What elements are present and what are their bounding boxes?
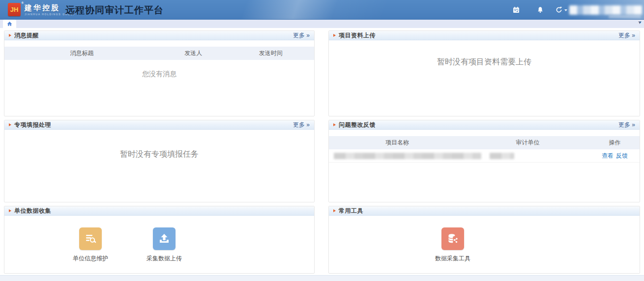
user-subtext-redacted [609, 15, 641, 18]
view-link[interactable]: 查看 [602, 152, 614, 160]
panel-arrow-icon [333, 209, 336, 212]
panel-title: 专项填报处理 [14, 121, 51, 129]
page: JH ® 建华控股 JIANHUA HOLDINGS GROUP 远程协同审计工… [0, 0, 644, 281]
special-report-empty-text: 暂时没有专项填报任务 [4, 149, 314, 160]
table-row: 查看 反馈 [329, 149, 640, 163]
panel-arrow-icon [9, 34, 11, 37]
panel-title: 单位数据收集 [14, 207, 51, 215]
panel-arrow-icon [333, 34, 336, 37]
document-search-icon [79, 227, 102, 250]
bell-icon[interactable] [536, 6, 544, 14]
panel-tools-header: 常用工具 [329, 206, 640, 216]
refresh-icon[interactable] [555, 6, 563, 14]
project-upload-empty-text: 暂时没有项目资料需要上传 [329, 57, 640, 67]
panel-title: 问题整改反馈 [339, 121, 376, 129]
more-link[interactable]: 更多 » [293, 121, 310, 129]
rectification-table-header: 项目名称 审计单位 操作 [329, 136, 640, 149]
panel-messages: 消息提醒 更多 » 消息标题 发送人 发送时间 您没有消息 [4, 30, 315, 116]
tab-overflow-arrow-icon[interactable]: ➤ [638, 19, 643, 25]
collected-data-upload-button[interactable]: 采集数据上传 [135, 227, 194, 263]
more-link[interactable]: 更多 » [618, 121, 635, 129]
caret-down-icon[interactable] [564, 9, 567, 11]
tool-label: 采集数据上传 [135, 254, 194, 263]
page-footer [0, 275, 644, 281]
messages-table-header: 消息标题 发送人 发送时间 [4, 47, 314, 60]
messages-empty-text: 您没有消息 [4, 70, 314, 79]
panel-project-upload: 项目资料上传 更多 » 暂时没有项目资料需要上传 [328, 30, 640, 116]
column-header: 消息标题 [4, 49, 159, 57]
panel-rectification-header: 问题整改反馈 更多 » [329, 120, 640, 130]
audit-unit-redacted [490, 153, 514, 159]
panel-special-report-header: 专项填报处理 更多 » [4, 120, 314, 130]
panel-unit-data: 单位数据收集 单位信息维护 采集数据上传 [4, 206, 315, 274]
more-link[interactable]: 更多 » [618, 31, 635, 40]
panel-arrow-icon [333, 123, 336, 126]
upload-icon [153, 227, 176, 250]
logo-letters: JH [10, 6, 19, 13]
column-header: 操作 [590, 139, 640, 147]
column-header: 项目名称 [329, 139, 466, 147]
tool-label: 单位信息维护 [61, 254, 120, 263]
panel-rectification: 问题整改反馈 更多 » 项目名称 审计单位 操作 查看 反馈 [328, 120, 640, 202]
app-header: JH ® 建华控股 JIANHUA HOLDINGS GROUP 远程协同审计工… [0, 0, 644, 20]
panel-unit-data-header: 单位数据收集 [4, 206, 314, 216]
panel-special-report: 专项填报处理 更多 » 暂时没有专项填报任务 [4, 120, 315, 202]
column-header: 审计单位 [466, 139, 590, 147]
user-name-redacted[interactable] [569, 5, 642, 15]
project-name-redacted [334, 153, 481, 159]
more-link[interactable]: 更多 » [293, 31, 310, 40]
tab-home[interactable] [3, 20, 16, 28]
page-title: 远程协同审计工作平台 [65, 4, 164, 17]
panel-title: 常用工具 [339, 207, 363, 215]
unit-info-maintain-button[interactable]: 单位信息维护 [61, 227, 120, 263]
panel-title: 项目资料上传 [339, 31, 376, 40]
panel-title: 消息提醒 [14, 31, 39, 40]
panel-tools: 常用工具 数据采集工具 [328, 206, 640, 274]
panel-messages-header: 消息提醒 更多 » [4, 31, 314, 40]
tool-label: 数据采集工具 [423, 254, 482, 263]
row-actions: 查看 反馈 [590, 149, 640, 163]
tab-bar: ➤ [0, 20, 644, 28]
column-header: 发送时间 [228, 49, 314, 57]
registered-mark: ® [22, 1, 24, 4]
panel-arrow-icon [9, 123, 11, 126]
calendar-icon[interactable] [512, 6, 520, 14]
header-actions [482, 0, 644, 20]
feedback-link[interactable]: 反馈 [616, 152, 628, 160]
company-logo-icon: JH ® [8, 3, 21, 16]
panel-project-upload-header: 项目资料上传 更多 » [329, 31, 640, 40]
data-collection-tool-button[interactable]: 数据采集工具 [423, 227, 482, 263]
home-icon [7, 21, 12, 27]
column-header: 发送人 [159, 49, 228, 57]
database-icon [441, 227, 464, 250]
panel-arrow-icon [9, 209, 11, 212]
